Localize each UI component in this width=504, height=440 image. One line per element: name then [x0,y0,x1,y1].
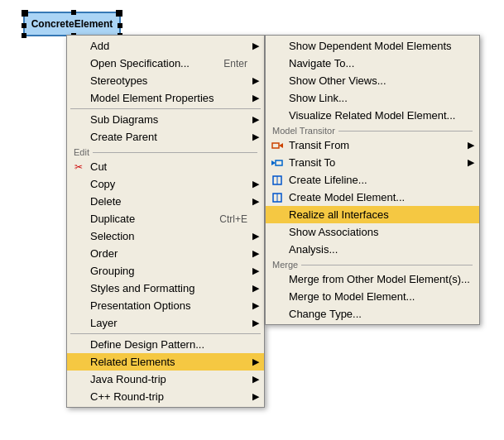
menu-model-props[interactable]: Model Element Properties ▶ [67,89,264,107]
menu-selection[interactable]: Selection ▶ [67,227,264,245]
menu-cut[interactable]: ✂ Cut [67,158,264,175]
menu-add[interactable]: Add ▶ [67,37,264,55]
cpp-roundtrip-arrow: ▶ [252,391,259,402]
menu-cpp-roundtrip[interactable]: C++ Round-trip ▶ [67,388,264,405]
menu-presentation[interactable]: Presentation Options ▶ [67,297,264,314]
styles-label: Styles and Formatting [90,282,194,294]
model-props-arrow: ▶ [252,93,259,103]
menu-copy[interactable]: Copy ▶ [67,175,264,193]
create-model-element-label: Create Model Element... [289,191,405,203]
cpp-roundtrip-label: C++ Round-trip [90,390,164,403]
copy-label: Copy [90,178,115,190]
menu-create-parent[interactable]: Create Parent ▶ [67,128,264,146]
transit-to-label: Transit To [289,156,335,169]
create-lifeline-icon [271,174,284,187]
menu-java-roundtrip[interactable]: Java Round-trip ▶ [67,371,264,388]
menu-duplicate[interactable]: Duplicate Ctrl+E [67,210,264,227]
selection-arrow: ▶ [252,231,259,242]
transit-to-icon [271,156,284,170]
sub-analysis[interactable]: Analysis... [266,241,479,258]
sub-diagrams-label: Sub Diagrams [90,113,158,126]
sub-create-lifeline[interactable]: Create Lifeline... [266,171,479,189]
layer-arrow: ▶ [252,318,259,328]
menu-grouping[interactable]: Grouping ▶ [67,262,264,280]
handle-ml [22,23,26,28]
create-lifeline-label: Create Lifeline... [289,174,367,186]
uml-element[interactable]: ConcreteElement [23,12,121,36]
layer-label: Layer [90,317,118,329]
sub-navigate-to[interactable]: Navigate To... [266,55,479,72]
transit-from-label: Transit From [289,139,349,151]
sub-show-other-views[interactable]: Show Other Views... [266,72,479,89]
menu-order[interactable]: Order ▶ [67,245,264,262]
separator-2 [70,333,261,334]
diagram-area: ConcreteElement Add ▶ Open Specification… [0,0,504,440]
sub-realize-all[interactable]: Realize all Interfaces [266,206,479,223]
handle-tr [118,10,122,15]
sub-show-dependent[interactable]: Show Dependent Model Elements [266,37,479,55]
edit-section-label: Edit [67,146,264,158]
sub-show-associations[interactable]: Show Associations [266,223,479,241]
sub-visualize[interactable]: Visualize Related Model Element... [266,107,479,124]
create-parent-label: Create Parent [90,131,157,143]
merge-to-label: Merge to Model Element... [289,290,415,303]
related-elements-label: Related Elements [90,356,175,368]
order-arrow: ▶ [252,248,259,259]
show-link-label: Show Link... [289,92,348,104]
add-arrow: ▶ [252,41,259,51]
show-associations-label: Show Associations [289,226,378,238]
copy-arrow: ▶ [252,179,259,189]
show-other-views-label: Show Other Views... [289,74,386,87]
java-roundtrip-arrow: ▶ [252,374,259,385]
define-design-label: Define Design Pattern... [90,338,204,351]
merge-section-label: Merge [266,258,479,270]
duplicate-label: Duplicate [90,213,135,225]
transit-to-arrow: ▶ [468,157,474,168]
transit-from-icon [271,139,284,152]
open-spec-label: Open Specification... [90,57,190,69]
menu-delete[interactable]: Delete ▶ [67,193,264,210]
menu-open-spec[interactable]: Open Specification... Enter [67,55,264,72]
sub-diagrams-arrow: ▶ [252,114,259,125]
show-dependent-label: Show Dependent Model Elements [289,40,452,52]
grouping-arrow: ▶ [252,265,259,276]
sub-create-model-element[interactable]: Create Model Element... [266,189,479,206]
svg-rect-2 [276,160,282,165]
stereotypes-label: Stereotypes [90,74,147,87]
delete-label: Delete [90,195,122,208]
transit-from-arrow: ▶ [468,140,474,151]
change-type-label: Change Type... [289,308,362,320]
sub-transit-from[interactable]: Transit From ▶ [266,136,479,154]
sub-change-type[interactable]: Change Type... [266,305,479,323]
model-transitor-section-label: Model Transitor [266,124,479,136]
java-roundtrip-label: Java Round-trip [90,373,166,385]
selection-label: Selection [90,230,134,242]
cut-label: Cut [90,160,107,173]
stereotypes-arrow: ▶ [252,75,259,86]
realize-all-label: Realize all Interfaces [289,208,389,221]
menu-define-design[interactable]: Define Design Pattern... [67,336,264,353]
visualize-label: Visualize Related Model Element... [289,109,455,122]
create-parent-arrow: ▶ [252,132,259,142]
navigate-to-label: Navigate To... [289,57,354,69]
merge-from-label: Merge from Other Model Element(s)... [289,273,470,285]
context-menu-sub: Show Dependent Model Elements Navigate T… [265,35,480,325]
sub-show-link[interactable]: Show Link... [266,89,479,107]
cut-icon: ✂ [72,160,85,174]
create-model-element-icon [271,191,284,204]
duplicate-shortcut: Ctrl+E [219,213,247,225]
related-elements-arrow: ▶ [252,356,259,367]
handle-bl [22,33,26,38]
model-props-label: Model Element Properties [90,92,214,104]
sub-merge-to[interactable]: Merge to Model Element... [266,288,479,305]
element-label: ConcreteElement [31,18,113,30]
order-label: Order [90,247,118,260]
menu-stereotypes[interactable]: Stereotypes ▶ [67,72,264,89]
sub-merge-from[interactable]: Merge from Other Model Element(s)... [266,270,479,288]
menu-layer[interactable]: Layer ▶ [67,314,264,332]
handle-tl [22,10,26,15]
menu-related-elements[interactable]: Related Elements ▶ [67,353,264,371]
sub-transit-to[interactable]: Transit To ▶ [266,154,479,171]
menu-styles[interactable]: Styles and Formatting ▶ [67,280,264,297]
menu-sub-diagrams[interactable]: Sub Diagrams ▶ [67,111,264,128]
